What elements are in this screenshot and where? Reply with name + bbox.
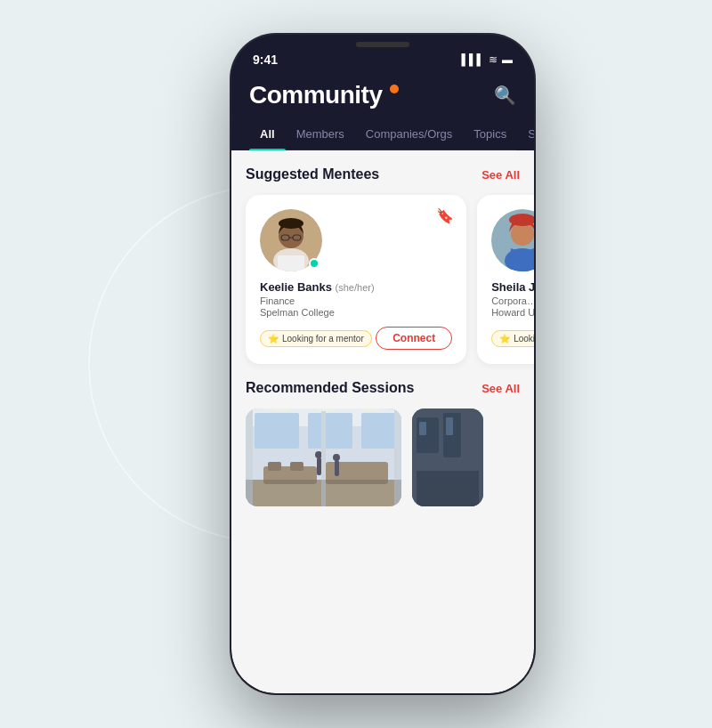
svg-rect-33 bbox=[361, 408, 379, 411]
svg-point-25 bbox=[315, 451, 322, 458]
phone-frame: 9:41 ▌▌▌ ≋ ▬ Community 🔍 bbox=[231, 35, 534, 693]
search-icon[interactable]: 🔍 bbox=[494, 85, 516, 106]
svg-rect-30 bbox=[394, 408, 401, 506]
svg-rect-16 bbox=[255, 413, 299, 449]
content-area: Suggested Mentees See All 🔖 bbox=[231, 150, 534, 693]
wifi-icon: ≋ bbox=[489, 53, 498, 66]
mentor-badge-sheila: ⭐ Looki… bbox=[491, 330, 534, 347]
recommended-sessions-title: Recommended Sessions bbox=[246, 380, 414, 396]
tab-se[interactable]: Se bbox=[517, 120, 534, 150]
tabs-bar: All Members Companies/Orgs Topics Se bbox=[249, 120, 516, 150]
session-card-dark[interactable] bbox=[412, 408, 483, 506]
svg-rect-31 bbox=[272, 408, 290, 411]
avatar-keelie bbox=[260, 209, 322, 271]
session-card-image-dark bbox=[412, 408, 483, 506]
online-indicator-keelie bbox=[309, 258, 320, 269]
suggested-mentees-section: Suggested Mentees See All 🔖 bbox=[231, 150, 534, 373]
page-title: Community bbox=[249, 81, 383, 109]
suggested-mentees-see-all[interactable]: See All bbox=[481, 168, 520, 182]
svg-point-5 bbox=[279, 218, 303, 229]
tab-companies[interactable]: Companies/Orgs bbox=[355, 120, 464, 150]
session-card-image-office bbox=[246, 408, 401, 506]
mentee-card-keelie: 🔖 bbox=[246, 195, 466, 364]
mentee-card-sheila: Sheila J Corpora… Howard U ⭐ Looki… Conn… bbox=[477, 195, 534, 364]
star-icon-2: ⭐ bbox=[499, 334, 510, 344]
tab-members[interactable]: Members bbox=[286, 120, 355, 150]
suggested-mentees-header: Suggested Mentees See All bbox=[246, 166, 520, 182]
tab-topics[interactable]: Topics bbox=[463, 120, 517, 150]
connect-button-keelie[interactable]: Connect bbox=[376, 327, 452, 350]
notification-dot bbox=[390, 85, 399, 93]
header-top: Community 🔍 bbox=[249, 74, 516, 120]
svg-rect-37 bbox=[417, 471, 479, 506]
svg-rect-29 bbox=[321, 408, 326, 506]
svg-rect-22 bbox=[268, 462, 281, 471]
recommended-sessions-section: Recommended Sessions See All bbox=[231, 373, 534, 521]
phone-mockup: 9:41 ▌▌▌ ≋ ▬ Community 🔍 bbox=[231, 35, 534, 693]
recommended-sessions-see-all[interactable]: See All bbox=[481, 382, 520, 395]
battery-icon: ▬ bbox=[502, 53, 513, 66]
svg-rect-24 bbox=[317, 457, 321, 475]
phone-screen: 9:41 ▌▌▌ ≋ ▬ Community 🔍 bbox=[231, 35, 534, 693]
mentor-badge-keelie: ⭐ Looking for a mentor bbox=[260, 330, 372, 347]
svg-rect-38 bbox=[419, 422, 426, 435]
svg-rect-28 bbox=[246, 408, 253, 506]
svg-rect-32 bbox=[317, 408, 335, 411]
mentee-name-keelie: Keelie Banks (she/her) bbox=[260, 280, 452, 294]
avatar-sheila bbox=[491, 209, 534, 271]
mentee-pronouns-keelie: (she/her) bbox=[336, 282, 375, 293]
app-header: Community 🔍 All Members Companies/Orgs bbox=[231, 74, 534, 150]
phone-notch bbox=[329, 35, 436, 60]
bookmark-icon[interactable]: 🔖 bbox=[436, 207, 454, 224]
svg-rect-9 bbox=[278, 255, 304, 271]
mentee-field-keelie: Finance bbox=[260, 295, 452, 306]
svg-rect-23 bbox=[290, 462, 303, 471]
svg-rect-18 bbox=[361, 413, 397, 449]
session-cards-row bbox=[246, 408, 520, 506]
mentee-school-keelie: Spelman College bbox=[260, 307, 452, 318]
mentee-cards-row: 🔖 bbox=[246, 195, 520, 364]
status-time: 9:41 bbox=[253, 53, 278, 67]
signal-icon: ▌▌▌ bbox=[461, 53, 484, 66]
mentee-name-sheila: Sheila J bbox=[491, 280, 534, 294]
svg-rect-39 bbox=[446, 417, 453, 435]
tab-all[interactable]: All bbox=[249, 120, 286, 150]
session-card-office[interactable] bbox=[246, 408, 401, 506]
mentee-school-sheila: Howard U bbox=[491, 307, 534, 318]
status-icons: ▌▌▌ ≋ ▬ bbox=[461, 53, 513, 66]
star-icon: ⭐ bbox=[268, 334, 279, 344]
avatar-image-sheila bbox=[491, 209, 534, 271]
notch-pill bbox=[356, 42, 409, 47]
svg-point-27 bbox=[333, 454, 340, 461]
suggested-mentees-title: Suggested Mentees bbox=[246, 166, 379, 182]
recommended-sessions-header: Recommended Sessions See All bbox=[246, 380, 520, 396]
header-title-row: Community bbox=[249, 81, 399, 109]
svg-rect-26 bbox=[335, 460, 339, 476]
mentee-field-sheila: Corpora… bbox=[491, 295, 534, 306]
svg-rect-17 bbox=[308, 413, 352, 449]
svg-rect-19 bbox=[246, 480, 401, 506]
